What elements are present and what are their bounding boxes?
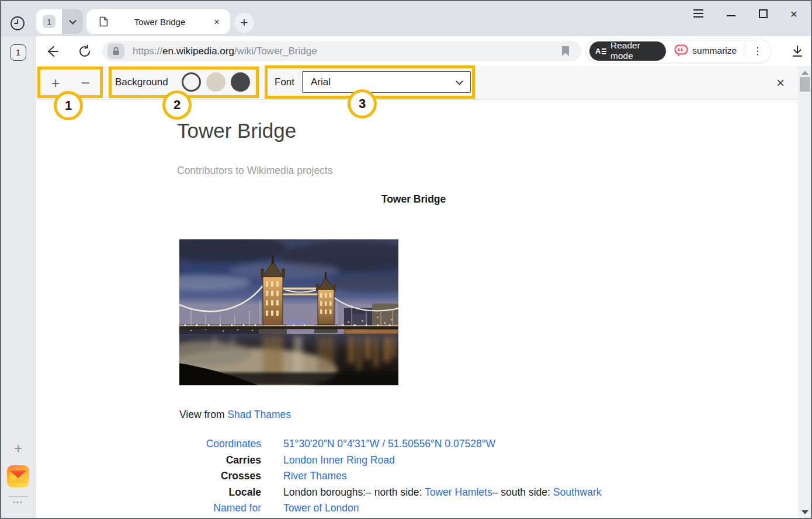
- crosses-value-link[interactable]: River Thames: [283, 470, 347, 482]
- browser-window: 1 Tower Bridge × + ×: [0, 0, 812, 519]
- kebab-menu-icon[interactable]: ⋮: [748, 45, 767, 57]
- summarize-label: summarize: [692, 46, 737, 56]
- infobox-title: Tower Bridge: [177, 193, 650, 205]
- named-for-value-link[interactable]: Tower of London: [283, 502, 359, 514]
- table-row: Coordinates 51°30′20″N 0°4′31″W / 51.505…: [177, 436, 761, 452]
- sidebar-add-button[interactable]: +: [0, 440, 36, 457]
- back-button[interactable]: [44, 44, 61, 59]
- tab-group-expand-button[interactable]: [62, 9, 83, 34]
- tab-group-control: 1: [36, 9, 83, 34]
- browser-menu-button[interactable]: [688, 7, 708, 20]
- active-tab[interactable]: Tower Bridge ×: [86, 9, 230, 34]
- table-row: Locale London boroughs:– north side: Tow…: [177, 485, 761, 501]
- bookmark-icon[interactable]: [561, 46, 570, 58]
- scroll-up-arrow[interactable]: [801, 71, 808, 75]
- left-sidebar: 1 + •••: [0, 36, 36, 519]
- caption-text: View from: [179, 409, 227, 420]
- caption-link[interactable]: Shad Thames: [227, 409, 291, 420]
- locale-link-southwark[interactable]: Southwark: [553, 486, 602, 498]
- article-byline: Contributors to Wikimedia projects: [177, 165, 332, 177]
- scroll-down-arrow[interactable]: [801, 510, 808, 514]
- carries-label: Carries: [177, 452, 261, 469]
- reader-mode-button[interactable]: A Reader mode: [589, 41, 666, 61]
- tab-strip: 1 Tower Bridge × + ×: [0, 0, 812, 36]
- toolbar-divider: [744, 44, 744, 57]
- svg-text:A: A: [595, 47, 601, 55]
- sidebar-overflow-button[interactable]: •••: [0, 499, 36, 506]
- locale-text-mid: – south side:: [492, 486, 553, 498]
- close-icon: ×: [790, 8, 797, 20]
- reader-content: Tower Bridge Contributors to Wikimedia p…: [36, 100, 798, 519]
- summarize-quote-icon: [674, 44, 688, 57]
- table-row: Named for Tower of London: [177, 500, 761, 517]
- annotation-number-1: 1: [54, 91, 83, 120]
- navigation-bar: https://en.wikipedia.org/wiki/Tower_Brid…: [36, 36, 812, 66]
- workspace-badge-button[interactable]: 1: [10, 44, 26, 61]
- annotation-number-2: 2: [162, 90, 192, 120]
- chevron-down-icon: [69, 17, 77, 25]
- extensions-bar: A Reader mode summa: [585, 39, 771, 63]
- page-icon: [99, 16, 108, 27]
- maximize-icon: [759, 9, 768, 18]
- coordinates-label-link[interactable]: Coordinates: [206, 438, 261, 450]
- table-row: Carries London Inner Ring Road: [177, 452, 761, 469]
- reader-close-button[interactable]: ×: [771, 74, 790, 92]
- url-host: en.wikipedia.org: [162, 46, 234, 57]
- history-icon[interactable]: [9, 15, 26, 32]
- locale-label: Locale: [177, 485, 261, 501]
- reader-mode-label: Reader mode: [610, 40, 658, 61]
- hamburger-menu-icon: [693, 9, 703, 18]
- tab-title: Tower Bridge: [108, 17, 211, 27]
- window-close-button[interactable]: ×: [784, 7, 804, 20]
- annotation-number-3: 3: [348, 89, 377, 119]
- locale-link-tower-hamlets[interactable]: Tower Hamlets: [425, 486, 492, 498]
- tab-group-button[interactable]: 1: [36, 9, 62, 34]
- minimize-icon: [727, 15, 735, 16]
- sidebar-divider: [8, 496, 28, 497]
- tab-group-count-badge: 1: [43, 15, 55, 28]
- article-image: [179, 239, 398, 385]
- vertical-scrollbar[interactable]: [798, 66, 812, 519]
- scrollbar-thumb[interactable]: [800, 77, 810, 92]
- address-bar[interactable]: https://en.wikipedia.org/wiki/Tower_Brid…: [102, 41, 581, 61]
- reader-mode-icon: A: [595, 47, 606, 55]
- tab-close-icon[interactable]: ×: [211, 16, 222, 28]
- url-scheme: https://: [133, 46, 162, 57]
- infobox-table: Coordinates 51°30′20″N 0°4′31″W / 51.505…: [177, 436, 761, 517]
- crosses-label: Crosses: [177, 468, 261, 485]
- coordinates-value-link[interactable]: 51°30′20″N 0°4′31″W / 51.50556°N 0.07528…: [283, 438, 495, 450]
- table-row: Crosses River Thames: [177, 468, 761, 485]
- article-title: Tower Bridge: [177, 119, 296, 142]
- window-minimize-button[interactable]: [721, 7, 741, 20]
- url-path: /wiki/Tower_Bridge: [234, 46, 317, 57]
- summarize-button[interactable]: summarize: [674, 44, 737, 57]
- mail-app-icon[interactable]: [7, 465, 29, 487]
- url-text: https://en.wikipedia.org/wiki/Tower_Brid…: [133, 46, 317, 57]
- downloads-button[interactable]: [789, 44, 806, 59]
- reload-button[interactable]: [77, 44, 94, 59]
- locale-text-pre: London boroughs:– north side:: [283, 486, 425, 498]
- named-for-label-link[interactable]: Named for: [213, 502, 261, 514]
- image-caption: View from Shad Thames: [179, 409, 291, 421]
- new-tab-button[interactable]: +: [234, 13, 254, 33]
- lock-icon[interactable]: [107, 43, 124, 59]
- window-maximize-button[interactable]: [753, 7, 773, 20]
- carries-value-link[interactable]: London Inner Ring Road: [283, 454, 395, 466]
